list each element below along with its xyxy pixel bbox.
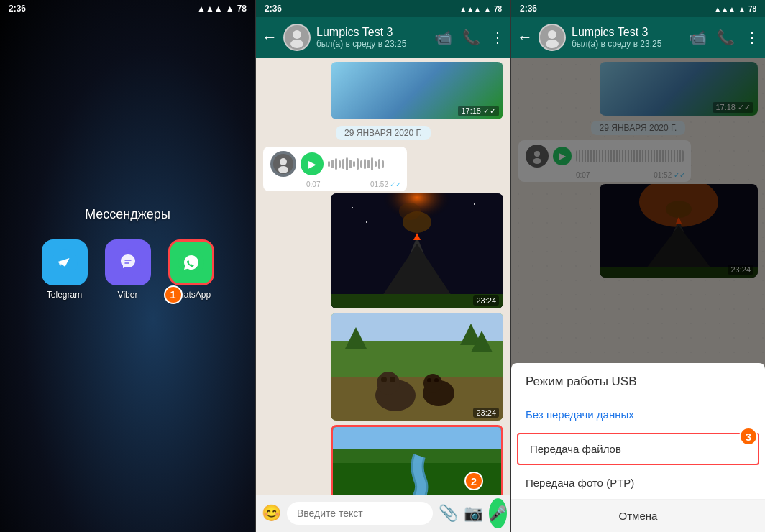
- svg-point-30: [427, 378, 431, 382]
- attach-button[interactable]: 📎: [439, 504, 458, 523]
- phone-icon-usb[interactable]: 📞: [717, 29, 735, 46]
- chat-input-bar: 😊 📎 📷 🎤: [256, 495, 510, 532]
- photo-time-1: 23:24: [473, 295, 499, 306]
- back-button[interactable]: ←: [262, 28, 278, 47]
- svg-point-25: [377, 372, 400, 395]
- video-call-icon[interactable]: 📹: [434, 29, 452, 46]
- status-icons-chat: ▲▲▲ ▲ 78: [459, 5, 502, 13]
- svg-point-27: [390, 377, 395, 382]
- usb-dialog-title: Режим работы USB: [511, 363, 765, 398]
- status-bar-chat: 2:36 ▲▲▲ ▲ 78: [256, 0, 510, 17]
- whatsapp-icon: [168, 239, 214, 285]
- more-icon-usb[interactable]: ⋮: [745, 29, 759, 46]
- status-icons: ▲▲▲ ▲ 78: [197, 4, 247, 14]
- contact-info[interactable]: Lumpics Test 3 был(а) в среду в 23:25: [316, 26, 429, 49]
- status-bar-usb: 2:36 ▲▲▲ ▲ 78: [511, 0, 765, 17]
- usb-option-file-transfer[interactable]: Передача файлов: [517, 433, 759, 465]
- date-divider: 29 ЯНВАРЯ 2020 Г.: [336, 126, 431, 140]
- battery-chat: 78: [494, 5, 502, 13]
- contact-name: Lumpics Test 3: [316, 26, 429, 39]
- voice-message[interactable]: ▶ 0:07 01:52 ✓✓: [263, 147, 407, 191]
- mic-button[interactable]: 🎤: [489, 498, 507, 528]
- wifi-usb: ▲: [738, 5, 746, 13]
- telegram-label: Telegram: [47, 290, 82, 300]
- svg-point-26: [381, 377, 387, 382]
- contact-status-usb: был(а) в среду в 23:25: [572, 39, 683, 49]
- app-telegram[interactable]: Telegram: [42, 239, 88, 300]
- signal-icon-chat: ▲▲▲: [459, 5, 481, 13]
- chat-messages: 17:18 ✓✓ 29 ЯНВАРЯ 2020 Г. ▶: [256, 58, 510, 495]
- status-time-usb: 2:36: [520, 4, 537, 14]
- status-time: 2:36: [9, 4, 26, 14]
- svg-point-43: [546, 40, 559, 48]
- usb-cancel-button[interactable]: Отмена: [511, 500, 765, 532]
- svg-point-29: [423, 374, 442, 393]
- contact-name-usb: Lumpics Test 3: [572, 26, 683, 39]
- step1-badge: 1: [164, 285, 183, 304]
- back-button-usb[interactable]: ←: [517, 28, 533, 47]
- phone-icon[interactable]: 📞: [462, 29, 480, 46]
- battery-icon: 78: [237, 4, 247, 14]
- video-call-icon-usb[interactable]: 📹: [689, 29, 707, 46]
- viber-label: Viber: [118, 290, 138, 300]
- usb-panel: 2:36 ▲▲▲ ▲ 78 ← Lumpics Test 3 был(а) в …: [510, 0, 765, 532]
- svg-point-19: [366, 221, 367, 223]
- voice-length: 01:52 ✓✓: [370, 180, 401, 188]
- header-icons: 📹 📞 ⋮: [434, 29, 505, 46]
- wifi-icon-chat: ▲: [484, 5, 491, 13]
- step2-badge: 2: [464, 472, 483, 490]
- folder-area: Мессенджеры Telegram Viber: [0, 17, 255, 532]
- svg-point-17: [352, 207, 353, 208]
- status-bar-home: 2:36 ▲▲▲ ▲ 78: [0, 0, 255, 17]
- whatsapp-chat: 2:36 ▲▲▲ ▲ 78 ← Lumpics Test 3 был(а) в …: [255, 0, 510, 532]
- photo-volcano[interactable]: 23:24: [331, 193, 503, 308]
- photo-time-2: 23:24: [473, 408, 499, 418]
- waveform: [328, 157, 400, 170]
- photo-msg-1[interactable]: 17:18 ✓✓: [331, 62, 503, 119]
- contact-avatar-usb: [539, 24, 566, 51]
- voice-avatar: [270, 151, 296, 177]
- app-viber[interactable]: Viber: [105, 239, 151, 300]
- more-icon[interactable]: ⋮: [490, 29, 505, 46]
- header-icons-usb: 📹 📞 ⋮: [689, 29, 759, 46]
- status-time-chat: 2:36: [265, 4, 282, 14]
- svg-point-4: [293, 30, 301, 39]
- svg-point-8: [278, 166, 288, 173]
- voice-timer: 0:07: [306, 180, 320, 188]
- chat-header-usb: ← Lumpics Test 3 был(а) в среду в 23:25 …: [511, 17, 765, 58]
- contact-avatar: [283, 24, 311, 51]
- message-input[interactable]: [287, 502, 433, 525]
- photo-bears[interactable]: 23:24: [331, 313, 503, 421]
- signal-icon: ▲▲▲: [197, 4, 223, 14]
- folder-label: Мессенджеры: [85, 207, 170, 222]
- chat-bg-usb: 17:18 ✓✓ 29 ЯНВАРЯ 2020 Г. ▶ 01:52 ✓✓ 0:…: [511, 58, 765, 532]
- step3-badge: 3: [739, 427, 758, 446]
- chat-header: ← Lumpics Test 3 был(а) в среду в 23:25 …: [256, 17, 510, 58]
- status-icons-usb: ▲▲▲ ▲ 78: [714, 5, 756, 13]
- svg-point-18: [474, 203, 475, 205]
- svg-point-31: [434, 378, 439, 382]
- photo-volcano-wrapper: 23:24 ↪: [331, 193, 503, 308]
- signal-usb: ▲▲▲: [714, 5, 736, 13]
- apps-row: Telegram Viber WhatsApp 1: [42, 239, 214, 300]
- photo-bears-wrapper: 23:24 ↪: [331, 313, 503, 421]
- telegram-icon: [42, 239, 88, 285]
- wifi-icon: ▲: [226, 4, 234, 14]
- svg-point-42: [548, 30, 556, 39]
- play-button[interactable]: ▶: [301, 152, 324, 175]
- contact-status: был(а) в среду в 23:25: [316, 39, 429, 49]
- home-screen: 2:36 ▲▲▲ ▲ 78 Мессенджеры Telegram Viber: [0, 0, 255, 532]
- svg-point-15: [399, 203, 421, 220]
- svg-point-7: [280, 158, 287, 165]
- camera-button[interactable]: 📷: [464, 504, 483, 523]
- usb-option-ptp[interactable]: Передача фото (PTP): [511, 467, 765, 500]
- svg-point-5: [290, 40, 303, 48]
- usb-dialog: Режим работы USB Без передачи данных Пер…: [511, 363, 765, 532]
- viber-icon: [105, 239, 151, 285]
- usb-option-no-data[interactable]: Без передачи данных: [511, 398, 765, 431]
- battery-usb: 78: [748, 5, 756, 13]
- whatsapp-wrapper: WhatsApp 1: [168, 239, 214, 300]
- emoji-button[interactable]: 😊: [262, 504, 281, 523]
- contact-info-usb: Lumpics Test 3 был(а) в среду в 23:25: [572, 26, 683, 49]
